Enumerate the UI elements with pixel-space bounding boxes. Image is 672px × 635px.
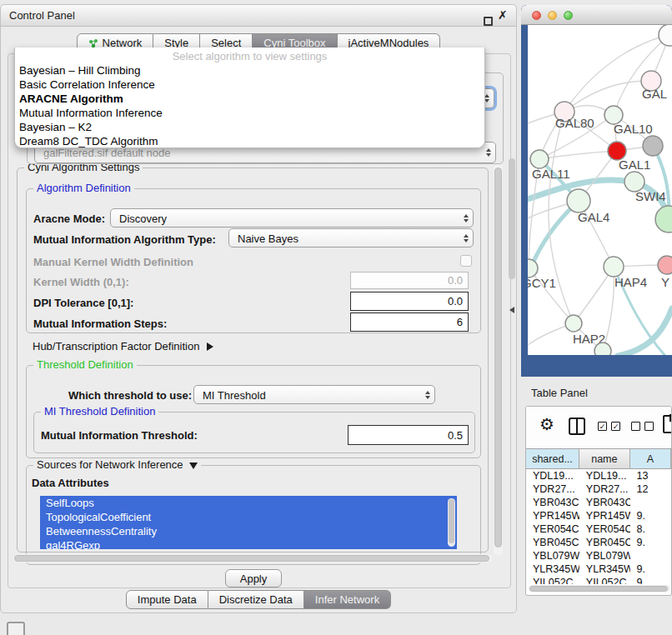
table-cell: YBR045C xyxy=(526,536,579,549)
attribute-item[interactable]: BetweennessCentrality xyxy=(40,524,457,538)
dropdown-item[interactable]: Mutual Information Inference xyxy=(15,106,484,120)
mi-threshold-field[interactable] xyxy=(348,425,469,445)
unchecked-box-icon[interactable] xyxy=(644,422,654,431)
column-header[interactable]: name xyxy=(579,449,630,468)
kernel-width-field[interactable] xyxy=(350,272,469,289)
float-panel-icon[interactable] xyxy=(484,17,493,26)
table-row[interactable]: YER054CYER054C8. xyxy=(526,522,671,536)
network-edge[interactable] xyxy=(614,35,669,115)
table-cell: YBR043C xyxy=(579,496,630,509)
attribute-item[interactable]: gal4RGexp xyxy=(40,538,457,549)
network-node-gal4[interactable] xyxy=(567,189,590,212)
list-scrollbar[interactable] xyxy=(448,498,455,547)
aracne-mode-combobox[interactable]: Discovery xyxy=(110,208,474,228)
combo-spinner-icon xyxy=(464,214,469,222)
table-row[interactable]: YLR345WYLR345W9. xyxy=(526,562,671,576)
bottom-tabs: Impute DataDiscretize DataInfer Network xyxy=(1,590,516,609)
collapse-splitter-icon[interactable] xyxy=(509,307,514,313)
node-label: SWI4 xyxy=(635,189,666,203)
column-header[interactable]: shared... xyxy=(526,449,579,468)
network-edge[interactable] xyxy=(539,151,617,159)
table-row[interactable]: YBL079WYBL079W xyxy=(526,549,671,562)
settings-horizontal-scrollbar[interactable] xyxy=(13,554,492,562)
attribute-item[interactable]: TopologicalCoefficient xyxy=(40,510,457,524)
columns-icon[interactable] xyxy=(569,418,585,435)
network-node[interactable] xyxy=(655,206,672,232)
table-cell: YDL19... xyxy=(526,469,579,482)
network-node-gal11[interactable] xyxy=(530,150,549,168)
checked-box-icon[interactable]: ✓ xyxy=(598,422,607,431)
mi-type-value: Naive Bayes xyxy=(238,232,298,244)
table-horizontal-scrollbar[interactable] xyxy=(529,585,670,592)
mi-steps-field[interactable] xyxy=(350,312,469,332)
manual-kernel-checkbox[interactable] xyxy=(460,255,472,267)
table-cell: YPR145W xyxy=(526,509,579,522)
which-threshold-combobox[interactable]: MI Threshold xyxy=(193,385,435,404)
attribute-item[interactable]: SelfLoops xyxy=(40,496,457,510)
table-row[interactable]: YDR27...YDR27...12 xyxy=(526,482,671,496)
table-row[interactable]: YDL19...YDL19...13 xyxy=(526,469,671,482)
table-row[interactable]: YBR043CYBR043C xyxy=(526,496,671,509)
table-cell: 13 xyxy=(630,469,671,482)
network-node-hap4[interactable] xyxy=(604,257,624,277)
close-panel-icon[interactable]: ✗ xyxy=(498,8,508,22)
minimize-window-icon[interactable] xyxy=(548,11,557,20)
sources-legend: Sources for Network Inference xyxy=(33,458,201,471)
dropdown-item[interactable]: Bayesian – Hill Climbing xyxy=(15,63,484,78)
file-icon[interactable] xyxy=(663,415,672,433)
hub-section-toggle[interactable]: Hub/Transcription Factor Definition xyxy=(33,340,213,352)
table-cell: YPR145W xyxy=(579,509,630,522)
settings-vertical-scrollbar[interactable] xyxy=(494,164,503,556)
dropdown-item[interactable]: Basic Correlation Inference xyxy=(15,78,484,92)
data-attributes-list: SelfLoopsTopologicalCoefficientBetweenne… xyxy=(40,496,457,549)
tab-discretize-data[interactable]: Discretize Data xyxy=(208,590,304,609)
network-node[interactable] xyxy=(643,136,663,156)
table-rows: YDL19...YDL19...13YDR27...YDR27...12YBR0… xyxy=(526,469,671,584)
network-node-y[interactable] xyxy=(658,256,672,274)
network-icon xyxy=(88,38,98,48)
network-node-gcy1[interactable] xyxy=(528,259,538,278)
dropdown-item[interactable]: Bayesian – K2 xyxy=(15,120,484,134)
zoom-window-icon[interactable] xyxy=(564,11,573,20)
control-panel-titlebar: Control Panel ✗ xyxy=(1,5,516,27)
network-node[interactable] xyxy=(594,342,611,355)
sources-group: Sources for Network Inference Data Attri… xyxy=(26,465,481,565)
node-label: GAL80 xyxy=(555,116,594,130)
node-label: GCY1 xyxy=(528,276,556,290)
scrollbar-thumb[interactable] xyxy=(494,168,502,548)
network-node-hap2[interactable] xyxy=(565,315,582,332)
aracne-mode-value: Discovery xyxy=(119,212,167,224)
unchecked-box-icon[interactable] xyxy=(631,422,640,431)
dropdown-item[interactable]: ARACNE Algorithm xyxy=(15,92,484,106)
table-cell: YBR043C xyxy=(526,496,579,509)
dropdown-prompt: Select algorithm to view settings xyxy=(15,49,484,63)
grid-corner-icon[interactable] xyxy=(7,622,25,635)
scrollbar-thumb[interactable] xyxy=(14,555,489,562)
dpi-tolerance-field[interactable] xyxy=(350,292,469,311)
cyni-algorithm-settings-group: Cyni Algorithm Settings Algorithm Defini… xyxy=(17,168,489,552)
node-label: GAL10 xyxy=(614,122,653,136)
column-header[interactable]: A xyxy=(630,449,671,468)
control-panel-title: Control Panel xyxy=(9,9,75,22)
table-row[interactable]: YBR045CYBR045C9. xyxy=(526,536,671,549)
checked-box-icon[interactable]: ✓ xyxy=(611,422,620,431)
gear-icon[interactable]: ⚙ xyxy=(539,414,554,434)
tab-impute-data[interactable]: Impute Data xyxy=(126,590,208,609)
mi-type-combobox[interactable]: Naive Bayes xyxy=(228,228,474,248)
network-canvas[interactable]: GALGAL80GAL10GAL1GAL11SWI4GAL4GCY1HAP4YH… xyxy=(528,25,672,355)
panel-scrollbar-thumb[interactable] xyxy=(509,158,515,279)
network-edge[interactable] xyxy=(618,308,672,355)
table-cell: YDR27... xyxy=(526,482,579,496)
scrollbar-thumb[interactable] xyxy=(529,586,668,592)
table-cell: YIL052C xyxy=(579,576,630,584)
table-toolbar: ⚙ ✓ ✓ xyxy=(526,407,671,448)
table-row[interactable]: YPR145WYPR145W9. xyxy=(526,509,671,522)
apply-button[interactable]: Apply xyxy=(225,569,282,588)
dropdown-item[interactable]: Dream8 DC_TDC Algorithm xyxy=(15,134,484,148)
mi-threshold-definition-group: MI Threshold Definition Mutual Informati… xyxy=(33,412,475,453)
collapse-down-icon xyxy=(189,462,198,469)
close-window-icon[interactable] xyxy=(532,11,541,20)
table-cell: YBR045C xyxy=(579,536,630,549)
tab-infer-network[interactable]: Infer Network xyxy=(304,590,391,609)
table-row[interactable]: YIL052CYIL052C9. xyxy=(526,576,671,584)
